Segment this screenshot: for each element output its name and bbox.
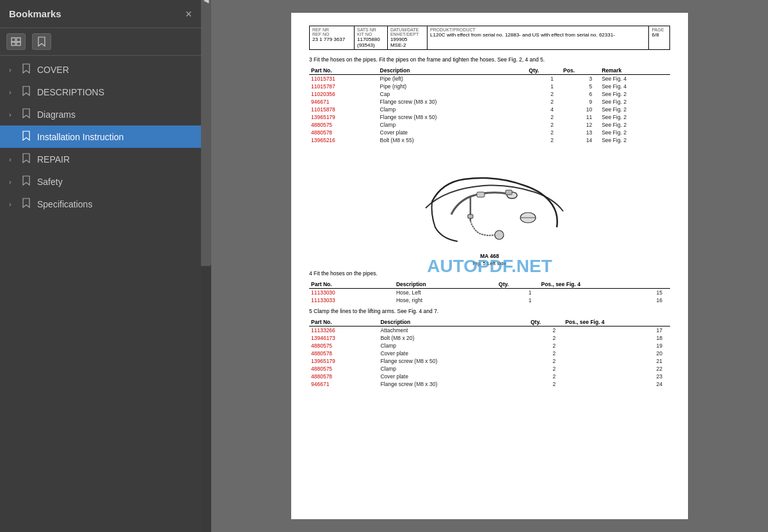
remark-cell: See Fig. 4 [600,75,670,83]
remark-cell: See Fig. 2 [600,90,670,98]
ref-no-label: REF NO [312,32,351,36]
bookmark-icon [22,131,32,143]
sidebar-item-descriptions[interactable]: ›DESCRIPTIONS [0,81,201,103]
s5-col-desc: Description [378,318,529,326]
step3-table: Part No. Description Qty. Pos. Remark 11… [309,67,670,144]
part-no-cell: 11015787 [309,83,378,90]
table-row: 946671 Flange screw (M8 x 30) 2 24 [309,380,670,388]
desc-cell: Hose, Left [394,289,497,297]
qty-cell: 1 [497,296,539,304]
sats-nr-label: SATS NR [357,28,385,32]
pos-cell: 15 [539,289,670,297]
dept-value: MSE-2 [390,42,424,48]
qty-cell: 2 [529,334,563,342]
remark-cell: See Fig. 2 [600,113,670,121]
fig5-id: MA 468 [480,253,499,259]
pos-cell: 9 [561,98,600,106]
step5-table: Part No. Description Qty. Pos., see Fig.… [309,318,670,388]
svg-rect-3 [17,42,20,45]
close-button[interactable]: × [185,8,192,20]
qty-cell: 2 [529,350,563,357]
desc-cell: Clamp [378,106,527,113]
part-no-cell: 13965179 [309,357,378,365]
s4-col-qty: Qty. [497,280,539,289]
collapse-handle[interactable]: ◀ [201,0,211,266]
part-no-cell: 4880578 [309,350,378,357]
s5-col-part-no: Part No. [309,318,378,326]
svg-rect-10 [506,190,512,195]
svg-rect-1 [17,38,20,42]
bookmark-icon [22,198,32,210]
table-row: 4880575 Clamp 2 22 [309,365,670,373]
toolbar-btn-1[interactable] [6,33,26,50]
sidebar-item-diagrams[interactable]: ›Diagrams [0,103,201,125]
part-no-cell: 11133266 [309,326,378,335]
table-row: 13965179 Flange screw (M8 x 50) 2 11 See… [309,113,670,121]
pos-cell: 10 [561,106,600,113]
sidebar-title: Bookmarks [9,8,61,19]
pos-cell: 12 [561,121,600,129]
remark-cell: See Fig. 2 [600,121,670,129]
sidebar-item-cover[interactable]: ›COVER [0,58,201,81]
table-row: 4880578 Cover plate 2 13 See Fig. 2 [309,129,670,136]
qty-cell: 2 [529,365,563,373]
sidebar-header: Bookmarks × [0,0,201,28]
col-remark: Remark [600,67,670,75]
sidebar-nav: ›COVER›DESCRIPTIONS›DiagramsInstallation… [0,56,201,532]
part-no-cell: 13946173 [309,334,378,342]
desc-cell: Bolt (M8 x 55) [378,136,527,144]
remark-cell: See Fig. 2 [600,129,670,136]
part-no-cell: 11015878 [309,106,378,113]
pos-cell: 21 [563,357,670,365]
chevron-icon: › [9,66,17,74]
svg-rect-9 [477,192,484,197]
pos-cell: 24 [563,380,670,388]
part-no-cell: 946671 [309,98,378,106]
sidebar-item-installation[interactable]: Installation Instruction [0,125,201,148]
qty-cell: 2 [529,342,563,350]
kit-no-value: 11705880 [357,36,385,42]
svg-point-6 [495,230,504,239]
desc-cell: Pipe (right) [378,83,527,90]
qty-cell: 2 [529,373,563,380]
ref-nr-label: REF NR [312,28,351,32]
qty-cell: 2 [529,357,563,365]
qty-cell: 2 [527,90,561,98]
pos-cell: 3 [561,75,600,83]
desc-cell: Cover plate [378,129,527,136]
table-row: 4880575 Clamp 2 19 [309,342,670,350]
toolbar-btn-2[interactable] [32,33,51,50]
step4-table: Part No. Description Qty. Pos., see Fig.… [309,280,670,304]
chevron-icon: › [9,178,17,186]
sidebar-item-safety[interactable]: ›Safety [0,170,201,193]
desc-cell: Hose, right [394,296,497,304]
page-label: PAGE [652,28,667,32]
datum-label: DATUM/DATE [390,28,424,32]
col-part-no: Part No. [309,67,378,75]
fig5-illustration [406,150,573,253]
desc-cell: Attachment [378,326,529,335]
qty-cell: 2 [529,380,563,388]
chevron-icon: › [9,200,17,208]
table-row: 11020356 Cap 2 6 See Fig. 2 [309,90,670,98]
table-row: 11133266 Attachment 2 17 [309,326,670,335]
table-row: 13965179 Flange screw (M8 x 50) 2 21 [309,357,670,365]
s4-col-part-no: Part No. [309,280,394,289]
desc-cell: Flange screw (M8 x 30) [378,380,529,388]
bookmark-icon [22,175,32,188]
table-row: 11015878 Clamp 4 10 See Fig. 2 [309,106,670,113]
part-no-cell: 11020356 [309,90,378,98]
pos-cell: 20 [563,350,670,357]
desc-cell: Bolt (M8 x 20) [378,334,529,342]
sidebar-item-repair[interactable]: ›REPAIR [0,148,201,170]
pos-cell: 16 [539,296,670,304]
remark-cell: See Fig. 2 [600,98,670,106]
sidebar-item-specifications[interactable]: ›Specifications [0,193,201,215]
table-row: 946671 Flange screw (M8 x 30) 2 9 See Fi… [309,98,670,106]
pos-cell: 14 [561,136,600,144]
sidebar-item-label: Installation Instruction [37,132,195,142]
fig5-label: Fig. 5 Left side [473,261,506,266]
sidebar: Bookmarks × ›COVER›DESCRIPTIONS›Diagrams… [0,0,201,532]
kit-no-value2: (93543) [357,42,385,48]
sidebar-item-label: REPAIR [37,154,195,165]
